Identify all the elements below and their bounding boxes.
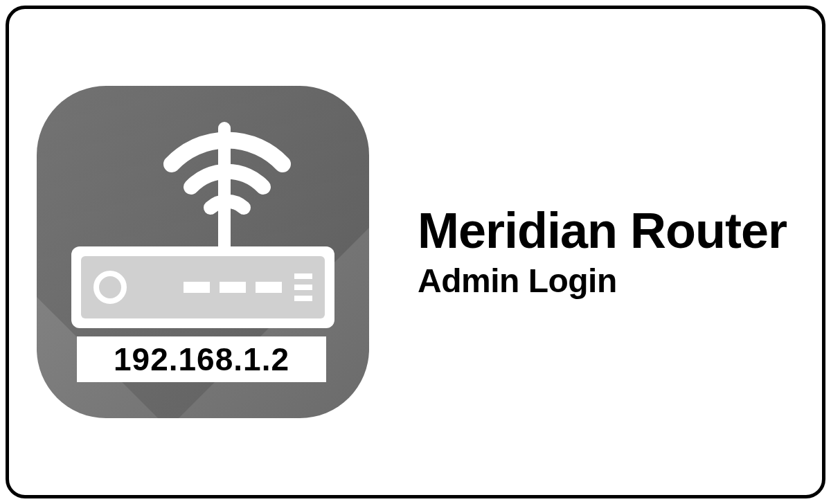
content-frame: 192.168.1.2 Meridian Router Admin Login — [6, 6, 825, 498]
router-icon-tile: 192.168.1.2 — [37, 86, 369, 418]
led-indicators — [184, 282, 282, 293]
ip-address-label: 192.168.1.2 — [77, 336, 326, 382]
vent-icon — [294, 285, 312, 290]
router-body-icon — [71, 246, 334, 328]
led-icon — [256, 282, 282, 293]
subtitle: Admin Login — [418, 261, 787, 301]
power-button-icon — [93, 271, 127, 304]
router-panel — [81, 256, 325, 318]
text-block: Meridian Router Admin Login — [418, 204, 787, 301]
vent-icon — [294, 296, 312, 301]
title: Meridian Router — [418, 204, 787, 258]
vent-icon — [294, 273, 312, 279]
wifi-icon — [158, 126, 296, 223]
led-icon — [184, 282, 210, 293]
led-icon — [220, 282, 246, 293]
vent-lines — [294, 273, 312, 301]
